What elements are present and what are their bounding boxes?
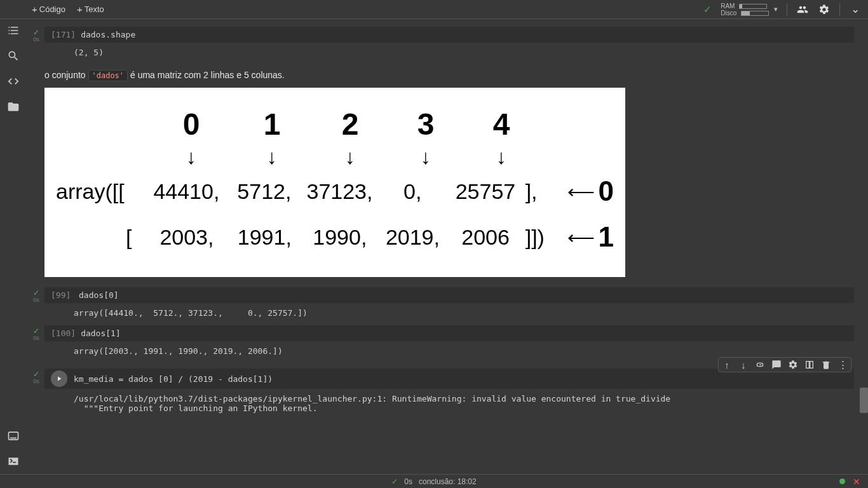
interrupt-icon[interactable]: ✕ [853,477,860,487]
top-toolbar: + Código + Texto ✓ RAM Disco ▾ ⌄ [0,0,868,19]
disk-bar [741,11,769,16]
array-value: 2019, [379,225,445,250]
cell-exec-time: 0s [29,297,43,303]
separator [839,3,840,16]
row-prefix: [ [56,225,144,250]
status-exec-time: 0s [404,477,412,486]
ram-bar [739,4,767,9]
run-cell-button[interactable] [51,370,67,387]
row-close: ], [526,179,562,204]
down-arrow-icon: ↓ [235,146,309,169]
move-up-icon[interactable]: ↑ [721,359,733,370]
array-value: 2003, [144,225,229,250]
add-text-label: Texto [85,4,104,14]
add-code-label: Código [39,4,65,14]
col-header: 3 [391,107,460,142]
plus-icon: + [77,4,83,15]
separator [787,3,787,16]
cell-ok-check-icon: ✓ [29,370,43,378]
connected-check-icon: ✓ [703,4,712,15]
array-value: 0, [379,179,445,204]
svg-rect-1 [10,438,17,439]
down-arrow-icon: ↓ [391,146,460,169]
search-icon[interactable] [7,50,20,62]
array-value: 25757 [445,179,525,204]
svg-rect-2 [806,362,810,369]
add-text-button[interactable]: + Texto [77,4,104,15]
add-code-button[interactable]: + Código [32,4,65,15]
code-content[interactable]: dados.shape [81,30,135,39]
cell-ok-check-icon: ✓ [29,289,43,297]
markdown-cell[interactable]: o conjunto 'dados' é uma matriz com 2 li… [44,70,854,80]
array-value: 1990, [300,225,379,250]
cell-output: array([44410., 5712., 37123., 0., 25757.… [44,303,854,319]
settings-gear-icon[interactable] [818,3,831,16]
status-check-icon: ✓ [391,477,398,486]
exec-count: [171] [51,30,76,39]
terminal-icon[interactable] [7,455,20,468]
down-arrow-icon: ↓ [147,146,235,169]
code-cell[interactable]: ✓ 0s [171] dados.shape (2, 5) [29,27,854,58]
resource-indicator[interactable]: RAM Disco [721,3,769,17]
left-sidebar [0,19,27,474]
cell-output: array([2003., 1991., 1990., 2019., 2006.… [44,341,854,357]
code-content[interactable]: km_media = dados [0] / (2019 - dados[1]) [74,374,273,384]
svg-rect-3 [810,362,813,369]
col-header: 1 [235,107,309,142]
cell-output: (2, 5) [44,43,854,58]
cell-exec-time: 0s [29,379,43,384]
notebook-area: ✓ 0s [171] dados.shape (2, 5) o conjunto… [27,19,868,474]
files-icon[interactable] [7,100,20,113]
code-content[interactable]: dados[1] [81,329,121,338]
cell-exec-time: 0s [29,37,43,43]
link-icon[interactable] [754,359,766,370]
mirror-icon[interactable] [804,359,815,370]
scrollbar-thumb[interactable] [860,388,868,413]
row-index: 0 [599,175,614,207]
code-content[interactable]: dados[0] [79,290,119,300]
markdown-text-post: é uma matriz com 2 linhas e 5 colunas. [128,70,285,80]
toc-icon[interactable] [7,24,20,37]
row-index: 1 [599,221,614,253]
array-value: 44410, [144,179,229,204]
left-arrow-icon: ⟵ [567,226,595,248]
down-arrow-icon: ↓ [309,146,391,169]
left-arrow-icon: ⟵ [567,180,595,203]
array-value: 1991, [229,225,300,250]
snippets-icon[interactable] [7,75,20,88]
status-bar: ✓ 0s conclusão: 18:02 ✕ [0,474,868,488]
settings-gear-icon[interactable] [787,359,799,370]
cell-exec-time: 0s [29,336,43,341]
plus-icon: + [32,4,37,15]
array-diagram: 0 1 2 3 4 ↓ ↓ ↓ ↓ ↓ array([[ 44410, 5712… [44,88,625,277]
disk-label: Disco [721,10,736,17]
col-header: 0 [147,107,235,142]
cell-toolbar: ↑ ↓ ⋮ [718,357,851,372]
array-value: 37123, [300,179,379,204]
status-completion: conclusão: 18:02 [419,477,477,486]
code-cell[interactable]: ✓ 0s [100] dados[1] array([2003., 1991.,… [29,325,854,357]
array-value: 2006 [445,225,525,250]
command-palette-icon[interactable] [7,430,20,442]
cell-ok-check-icon: ✓ [29,327,43,335]
down-arrow-icon: ↓ [460,146,543,169]
exec-count: [100] [51,329,76,338]
array-prefix: array([[ [56,179,144,204]
comment-icon[interactable] [771,359,782,370]
share-icon[interactable] [796,3,809,16]
inline-code-token: 'dados' [88,70,128,81]
collapse-caret-icon[interactable]: ⌄ [849,3,862,16]
markdown-text-pre: o conjunto [44,70,88,80]
array-value: 5712, [229,179,300,204]
resource-menu-caret-icon[interactable]: ▾ [774,5,778,13]
delete-icon[interactable] [820,359,832,370]
code-cell[interactable]: ✓ 0s [99] dados[0] array([44410., 5712.,… [29,287,854,319]
col-header: 2 [309,107,391,142]
row-close: ]]) [526,225,562,250]
code-cell-active[interactable]: ↑ ↓ ⋮ ✓ 0 [29,369,854,414]
move-down-icon[interactable]: ↓ [738,359,749,370]
more-icon[interactable]: ⋮ [837,359,848,370]
ram-label: RAM [721,3,735,10]
col-header: 4 [460,107,543,142]
cell-ok-check-icon: ✓ [29,29,43,36]
